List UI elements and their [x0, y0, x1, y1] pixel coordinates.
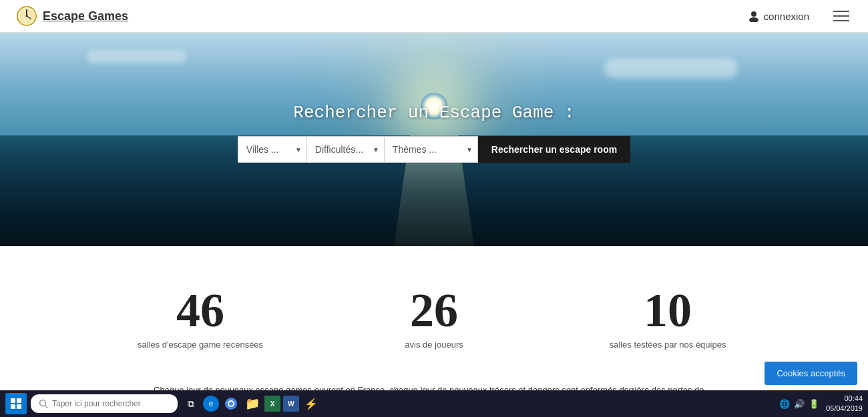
difficultes-select[interactable]: Difficultés... Facile Moyen Difficile Ex…	[307, 136, 385, 163]
svg-rect-10	[17, 404, 21, 409]
themes-select-wrapper: Thèmes ... Horreur Aventure Science-fict…	[385, 136, 478, 163]
taskbar-date: 05/04/2019	[826, 404, 863, 414]
hero-title: Rechercher un Escape Game :	[293, 103, 574, 123]
cookie-banner[interactable]: Cookies acceptés	[765, 362, 857, 385]
search-button[interactable]: Rechercher un escape room	[478, 136, 630, 163]
network-icon[interactable]: 🌐	[778, 398, 791, 410]
stat-number-0: 46	[176, 286, 224, 334]
stat-item-2: 10 salles testées par nos équipes	[551, 273, 785, 363]
themes-select[interactable]: Thèmes ... Horreur Aventure Science-fict…	[385, 136, 478, 163]
stat-item-0: 46 salles d'escape game recensées	[83, 273, 317, 363]
taskbar-icon-edge[interactable]: e	[203, 396, 219, 412]
svg-rect-7	[11, 398, 15, 403]
taskbar-icon-chrome[interactable]	[222, 394, 240, 413]
taskbar-right: 🌐 🔊 🔋 00:44 05/04/2019	[778, 394, 863, 414]
difficultes-select-wrapper: Difficultés... Facile Moyen Difficile Ex…	[307, 136, 385, 163]
svg-rect-9	[11, 404, 15, 409]
windows-icon	[10, 398, 22, 410]
taskbar-app-icons: ⧉ e 📁 X W ⚡	[182, 394, 320, 413]
taskbar-sys-icons: 🌐 🔊 🔋	[778, 398, 821, 410]
taskbar-icon-word[interactable]: W	[283, 396, 299, 412]
svg-point-6	[749, 17, 758, 22]
taskbar-search-input[interactable]	[52, 399, 159, 408]
hero-cloud-1	[604, 58, 738, 78]
navbar-brand[interactable]: Escape Games	[16, 5, 128, 27]
taskbar-time: 00:44 05/04/2019	[826, 394, 863, 414]
hero-content: Rechercher un Escape Game : Villes ... P…	[238, 103, 630, 163]
battery-icon[interactable]: 🔋	[807, 398, 821, 410]
taskbar-search-box[interactable]	[31, 394, 178, 413]
stat-number-2: 10	[644, 286, 692, 334]
svg-point-4	[26, 15, 28, 17]
stat-label-2: salles testées par nos équipes	[610, 340, 726, 350]
villes-select[interactable]: Villes ... Paris Lyon Marseille Bordeaux	[238, 136, 307, 163]
navbar-right: connexion	[748, 8, 852, 24]
volume-icon[interactable]: 🔊	[793, 398, 806, 410]
taskbar-icon-filezilla[interactable]: ⚡	[302, 394, 320, 413]
taskbar-icon-task-view[interactable]: ⧉	[182, 394, 200, 413]
svg-line-12	[45, 406, 48, 408]
villes-select-wrapper: Villes ... Paris Lyon Marseille Bordeaux	[238, 136, 307, 163]
navbar: Escape Games connexion	[0, 0, 868, 33]
stat-label-0: salles d'escape game recensées	[138, 340, 263, 350]
hamburger-menu-icon[interactable]	[831, 8, 852, 24]
search-row: Villes ... Paris Lyon Marseille Bordeaux…	[238, 136, 630, 163]
taskbar-clock: 00:44	[826, 394, 863, 404]
connexion-button[interactable]: connexion	[748, 10, 809, 22]
hero-cloud-2	[87, 50, 187, 63]
stat-label-1: avis de joueurs	[405, 340, 463, 350]
clock-icon	[16, 5, 37, 27]
stat-number-1: 26	[410, 286, 458, 334]
svg-point-5	[751, 11, 756, 17]
svg-point-15	[229, 402, 233, 406]
taskbar-icon-excel[interactable]: X	[264, 396, 280, 412]
stats-section: 46 salles d'escape game recensées 26 avi…	[0, 246, 868, 376]
navbar-brand-title: Escape Games	[43, 9, 128, 23]
taskbar-left: ⧉ e 📁 X W ⚡	[5, 393, 320, 414]
hero-section: Rechercher un Escape Game : Villes ... P…	[0, 33, 868, 246]
start-button[interactable]	[5, 393, 27, 414]
stat-item-1: 26 avis de joueurs	[317, 273, 551, 363]
chrome-icon	[224, 397, 238, 410]
svg-rect-8	[17, 398, 21, 403]
user-icon	[748, 10, 760, 22]
connexion-label: connexion	[764, 11, 809, 22]
taskbar: ⧉ e 📁 X W ⚡ 🌐 🔊 🔋 00:44 05/04/2019	[0, 390, 868, 417]
taskbar-search-icon	[39, 399, 48, 408]
taskbar-icon-explorer[interactable]: 📁	[243, 394, 262, 413]
